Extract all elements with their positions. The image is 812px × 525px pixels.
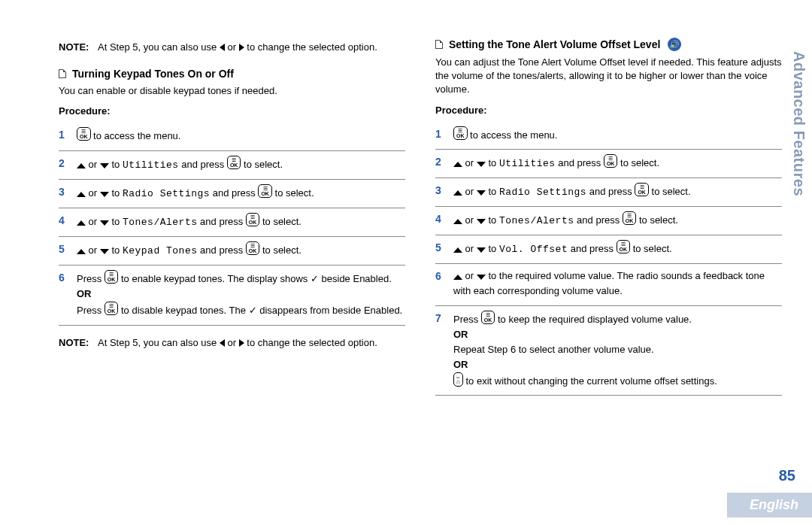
step-3: 3 or to Radio Settings and press ☰OK to … [435,178,782,207]
up-arrow-icon [77,220,86,226]
down-arrow-icon [477,219,486,224]
step-6: 6 or to the required volume value. The r… [435,264,782,305]
step-2: 2 or to Utilities and press ☰OK to selec… [435,150,782,178]
right-column: Setting the Tone Alert Volume Offset Lev… [435,38,782,396]
ok-button-icon: ☰OK [77,127,91,141]
ok-button-icon: ☰OK [105,302,119,315]
down-arrow-icon [477,190,486,196]
step-5: 5 or to Keypad Tones and press ☰OK to se… [59,237,405,266]
right-arrow-icon [239,44,244,51]
step-1: 1 ☰OK to access the menu. [59,123,405,150]
down-arrow-icon [100,220,109,226]
down-arrow-icon [477,162,486,167]
up-arrow-icon [77,163,86,168]
note-body: At Step 5, you can also use or to change… [98,336,405,350]
home-button-icon: ᴗ⌂ [453,372,463,387]
down-arrow-icon [100,192,109,197]
up-arrow-icon [453,275,462,280]
ok-button-icon: ☰OK [617,240,631,253]
ok-button-icon: ☰OK [453,126,468,140]
up-arrow-icon [453,219,462,224]
section-heading: Setting the Tone Alert Volume Offset Lev… [435,38,782,51]
down-arrow-icon [477,275,486,280]
up-arrow-icon [77,249,86,254]
up-arrow-icon [453,162,462,167]
left-arrow-icon [220,339,225,347]
left-arrow-icon [220,44,225,51]
note-label: NOTE: [59,41,98,54]
ok-button-icon: ☰OK [481,311,495,324]
ok-button-icon: ☰OK [246,241,260,255]
procedure-label: Procedure: [59,105,405,117]
section-intro: You can enable or disable keypad tones i… [59,84,405,98]
side-tab: Advanced Features [786,45,812,202]
note: NOTE: At Step 5, you can also use or to … [59,336,405,350]
step-4: 4 or to Tones/Alerts and press ☰OK to se… [59,208,405,237]
up-arrow-icon [77,192,86,197]
section-intro: You can adjust the Tone Alert Volume Off… [435,56,782,97]
ok-button-icon: ☰OK [105,270,119,284]
step-3: 3 or to Radio Settings and press ☰OK to … [59,180,405,208]
ok-button-icon: ☰OK [246,213,260,226]
step-7: 7 Press ☰OK to keep the required display… [435,306,782,396]
down-arrow-icon [477,247,486,253]
language-tab: English [727,493,812,517]
up-arrow-icon [453,190,462,196]
procedure-label: Procedure: [435,105,782,116]
step-5: 5 or to Vol. Offset and press ☰OK to sel… [435,235,782,264]
note: NOTE: At Step 5, you can also use or to … [59,41,405,54]
step-6: 6 Press ☰OK to enable keypad tones. The … [59,266,405,325]
ok-button-icon: ☰OK [258,184,272,198]
down-arrow-icon [100,249,109,254]
step-2: 2 or to Utilities and press ☰OK to selec… [59,151,405,180]
right-arrow-icon [239,339,244,347]
section-heading: Turning Keypad Tones On or Off [59,68,405,80]
left-column: NOTE: At Step 5, you can also use or to … [59,38,405,396]
document-icon [435,40,443,49]
step-4: 4 or to Tones/Alerts and press ☰OK to se… [435,207,782,235]
ok-button-icon: ☰OK [635,183,649,196]
ok-button-icon: ☰OK [604,154,618,168]
document-icon [59,69,66,78]
note-label: NOTE: [59,336,98,350]
down-arrow-icon [100,163,109,168]
ok-button-icon: ☰OK [227,156,241,169]
step-1: 1 ☰OK to access the menu. [435,122,782,150]
speaker-icon: 🔊 [668,38,681,51]
ok-button-icon: ☰OK [623,211,637,225]
note-body: At Step 5, you can also use or to change… [98,41,405,54]
up-arrow-icon [453,247,462,253]
page-number: 85 [779,467,795,484]
